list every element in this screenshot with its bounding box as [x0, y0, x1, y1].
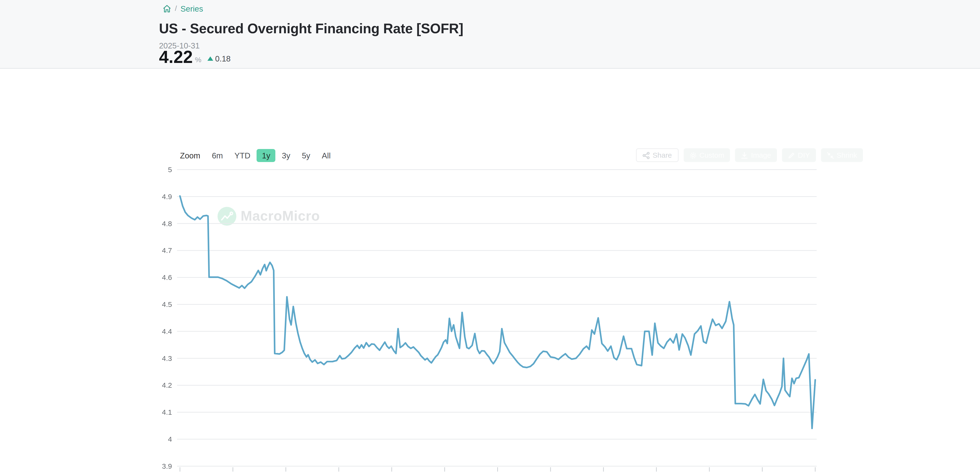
x-axis-label: Aug '25	[644, 473, 668, 474]
x-axis-label: Jan '25	[274, 473, 298, 474]
breadcrumb: / Series	[162, 3, 203, 14]
x-axis-label: May '25	[485, 473, 510, 474]
y-axis-label: 4.4	[162, 327, 172, 335]
x-axis-label: Oct '25	[751, 473, 773, 474]
page: / Series US - Secured Overnight Financin…	[0, 0, 980, 474]
series-line[interactable]	[180, 196, 815, 428]
y-axis-label: 4.7	[162, 246, 172, 254]
x-axis-label: Apr '25	[433, 473, 456, 474]
y-axis-label: 4.6	[162, 273, 172, 281]
x-axis-label: Nov '24	[168, 473, 192, 474]
change-value: 0.18	[215, 54, 231, 63]
y-axis-label: 4.9	[162, 193, 172, 201]
x-axis-label: Dec '24	[221, 473, 245, 474]
value-unit: %	[195, 56, 201, 65]
y-axis-label: 4	[168, 435, 172, 443]
y-axis-label: 5	[168, 166, 172, 174]
change-up-icon	[207, 56, 213, 61]
x-axis-label: Feb '25	[327, 473, 351, 474]
x-axis-label: Sep '25	[697, 473, 722, 474]
chart-card: Zoom 6mYTD1y3y5yAll ShareCustomImageDIYS…	[0, 69, 980, 474]
y-axis-label: 4.8	[162, 220, 172, 228]
chart-plot-area[interactable]: 54.94.84.74.64.54.44.34.24.143.9Nov '24D…	[0, 137, 980, 474]
breadcrumb-separator: /	[175, 3, 177, 14]
y-axis-label: 4.1	[162, 408, 172, 416]
y-axis-label: 4.3	[162, 354, 172, 362]
page-header: / Series US - Secured Overnight Financin…	[0, 0, 980, 69]
latest-value-row: 4.22 % 0.18	[159, 49, 231, 65]
y-axis-label: 4.5	[162, 300, 172, 308]
page-title: US - Secured Overnight Financing Rate [S…	[159, 21, 463, 37]
y-axis-label: 4.2	[162, 381, 172, 389]
home-icon[interactable]	[162, 4, 171, 13]
y-axis-label: 3.9	[162, 462, 172, 470]
breadcrumb-link-series[interactable]: Series	[180, 3, 203, 14]
latest-value: 4.22	[159, 49, 193, 65]
x-axis-label: Jun '25	[539, 473, 562, 474]
x-axis-label: Mar '25	[380, 473, 404, 474]
x-axis-label: Jul '25	[593, 473, 614, 474]
